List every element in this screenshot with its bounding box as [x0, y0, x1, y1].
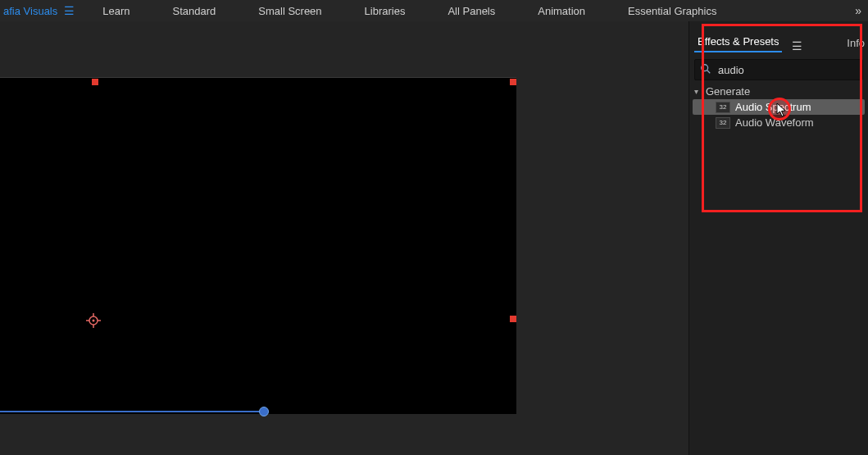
panel-tab-info[interactable]: Info: [843, 35, 868, 52]
effects-search-field[interactable]: [694, 59, 863, 80]
composition-canvas[interactable]: [0, 77, 516, 414]
effect-type-icon: 32: [716, 102, 730, 113]
panel-tab-strip: Effects & Presets ☰ Info: [694, 33, 868, 52]
right-panel-group: Effects & Presets ☰ Info ▾ Generate 32 A…: [688, 21, 868, 455]
workspace-tab-all-panels[interactable]: All Panels: [426, 0, 516, 21]
effects-category-label: Generate: [706, 85, 750, 98]
effects-item-audio-waveform[interactable]: 32 Audio Waveform: [693, 115, 865, 130]
workspace-tab-libraries[interactable]: Libraries: [343, 0, 427, 21]
effects-category-generate[interactable]: ▾ Generate: [693, 84, 865, 99]
workspace-tab-small-screen[interactable]: Small Screen: [237, 0, 343, 21]
project-name: afia Visuals: [0, 5, 64, 17]
workspace-tab-standard[interactable]: Standard: [152, 0, 238, 21]
project-menu-icon[interactable]: ☰: [64, 4, 81, 17]
panel-tab-effects-presets[interactable]: Effects & Presets: [694, 34, 782, 52]
workspace-overflow-icon[interactable]: »: [847, 4, 868, 17]
workspace-tabs: Learn Standard Small Screen Libraries Al…: [81, 0, 847, 21]
anchor-point-icon[interactable]: [86, 313, 101, 328]
effects-results-tree: ▾ Generate 32 Audio Spectrum 32 Audio Wa…: [693, 84, 865, 130]
effects-item-audio-spectrum[interactable]: 32 Audio Spectrum: [693, 99, 865, 115]
svg-point-6: [702, 64, 708, 71]
layer-handle-top-right[interactable]: [510, 79, 516, 85]
workspace-tab-essential-graphics[interactable]: Essential Graphics: [607, 0, 738, 21]
search-icon: [700, 63, 711, 77]
effects-item-label: Audio Spectrum: [735, 101, 811, 113]
workspace-bar: afia Visuals ☰ Learn Standard Small Scre…: [0, 0, 868, 22]
motion-path-keyframe[interactable]: [259, 407, 269, 416]
layer-handle-top-left[interactable]: [92, 79, 98, 85]
layer-handle-mid-right[interactable]: [510, 316, 516, 322]
composition-viewer[interactable]: [0, 21, 688, 455]
effects-search-input[interactable]: [716, 63, 857, 77]
svg-line-7: [707, 70, 711, 73]
panel-menu-icon[interactable]: ☰: [787, 39, 807, 52]
svg-point-5: [93, 320, 95, 322]
effect-type-icon: 32: [716, 117, 730, 129]
workspace-tab-learn[interactable]: Learn: [81, 0, 151, 21]
caret-down-icon: ▾: [694, 87, 702, 96]
workspace-tab-animation[interactable]: Animation: [516, 0, 607, 21]
motion-path-line: [0, 411, 262, 412]
effects-item-label: Audio Waveform: [735, 116, 814, 129]
